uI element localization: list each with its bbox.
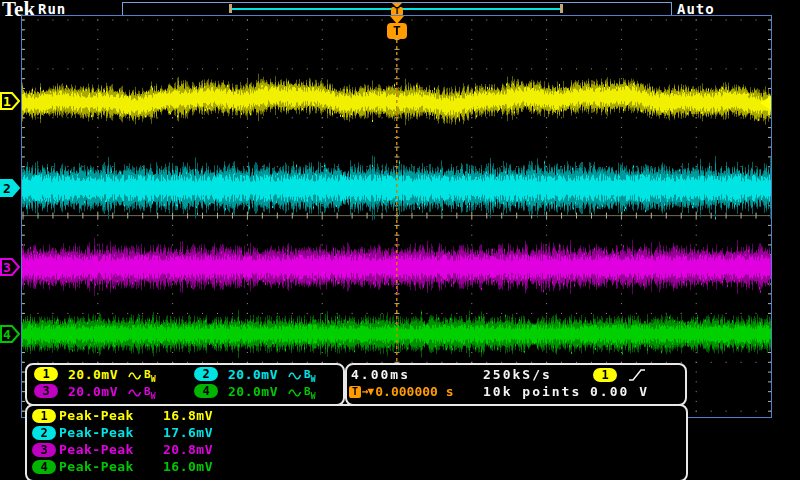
channel4-badge[interactable]: 4 [194,384,218,398]
bandwidth-icon: B [304,367,311,382]
channel2-marker-label: 2 [3,181,11,196]
meas1-value: 16.8mV [163,408,213,423]
meas2-channel-badge: 2 [32,426,56,440]
channel2-scale: 20.0mV [228,367,278,382]
channel4-marker-label: 4 [3,327,11,342]
trigger-flag-t-icon: T [387,23,407,39]
bandwidth-icon: B [144,367,151,382]
sine-coupling-icon [128,387,142,399]
trigger-source-badge[interactable]: 1 [593,368,617,382]
window-right-bracket [560,4,563,13]
horizontal-scale: 4.00ms [351,367,410,382]
channel4-coupling: B W [288,384,315,404]
meas4-name: Peak-Peak [59,459,134,474]
trigger-position-readout: T →▼ 0.000000 s [349,384,454,399]
channel3-badge[interactable]: 3 [34,384,58,398]
channel1-scale: 20.0mV [68,367,118,382]
meas4-value: 16.0mV [163,459,213,474]
trigger-arrows-icon: →▼ [362,384,373,399]
bandwidth-icon: B [144,384,151,399]
trigger-position-flag[interactable]: T [387,16,407,39]
channel4-position-marker[interactable]: 4 [0,325,21,343]
meas2-value: 17.6mV [163,425,213,440]
channel2-badge[interactable]: 2 [194,367,218,381]
record-length: 10k points [483,384,581,399]
waveform-display [21,15,772,418]
measurements-box: 1 Peak-Peak 16.8mV 2 Peak-Peak 17.6mV 3 … [25,404,688,480]
channel3-scale: 20.0mV [68,384,118,399]
window-left-bracket [229,4,232,13]
meas4-channel-badge: 4 [32,460,56,474]
channel1-position-marker[interactable]: 1 [0,92,21,110]
channel1-marker-label: 1 [3,94,11,109]
sine-coupling-icon [288,387,302,399]
meas3-channel-badge: 3 [32,443,56,457]
meas2-name: Peak-Peak [59,425,134,440]
sample-rate: 250kS/s [483,367,552,382]
meas1-channel-badge: 1 [32,409,56,423]
channel4-scale: 20.0mV [228,384,278,399]
bandwidth-icon: B [304,384,311,399]
channel1-badge[interactable]: 1 [34,367,58,381]
horizontal-trigger-readout-box: 4.00ms 250kS/s 1 T →▼ 0.000000 s 10k poi… [345,363,687,406]
sine-coupling-icon [128,370,142,382]
meas3-value: 20.8mV [163,442,213,457]
channel2-position-marker[interactable]: 2 [0,179,21,197]
trigger-t-icon: T [349,386,361,398]
meas1-name: Peak-Peak [59,408,134,423]
channel-readout-box: 1 20.0mV B W 2 20.0mV B W 3 20.0mV B W 4… [25,363,345,406]
channel3-marker-label: 3 [3,260,11,275]
rising-slope-icon [628,368,646,382]
trigger-level-arrow[interactable] [760,96,771,110]
waveform-canvas [22,16,771,417]
trigger-level: 0.00 V [590,384,649,399]
meas3-name: Peak-Peak [59,442,134,457]
channel3-coupling: B W [128,384,155,404]
channel3-position-marker[interactable]: 3 [0,258,21,276]
trigger-position-value: 0.000000 s [375,384,453,399]
sine-coupling-icon [288,370,302,382]
